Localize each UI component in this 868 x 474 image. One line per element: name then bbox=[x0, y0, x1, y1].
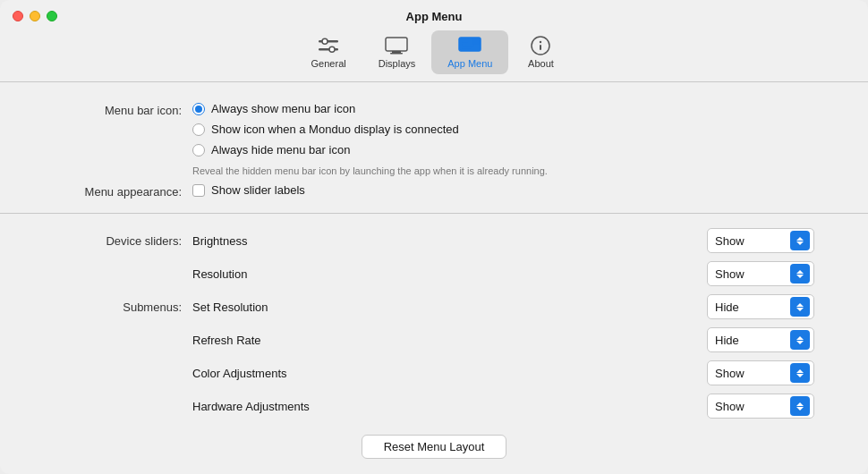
svg-point-2 bbox=[322, 38, 328, 44]
svg-rect-10 bbox=[462, 47, 472, 49]
refresh-rate-arrow-up bbox=[796, 336, 804, 340]
titlebar: App Menu bbox=[0, 0, 868, 21]
set-resolution-select[interactable]: Hide bbox=[707, 294, 814, 319]
svg-rect-5 bbox=[392, 51, 401, 53]
show-slider-labels-checkbox[interactable] bbox=[192, 184, 205, 197]
set-resolution-arrow-up bbox=[796, 303, 804, 307]
menu-appearance-label: Menu appearance: bbox=[54, 183, 192, 199]
hardware-adj-select[interactable]: Show bbox=[707, 394, 814, 419]
resolution-arrow-up bbox=[796, 270, 804, 274]
tab-about[interactable]: About bbox=[508, 30, 573, 74]
resolution-value: Show bbox=[715, 267, 790, 281]
hardware-adj-row: Hardware Adjustments Show bbox=[54, 394, 814, 419]
menu-bar-icon-label: Menu bar icon: bbox=[54, 102, 192, 117]
resolution-arrow-down bbox=[796, 275, 804, 278]
radio-show-when-text: Show icon when a Monduo display is conne… bbox=[211, 123, 459, 136]
refresh-rate-arrow-down bbox=[796, 341, 804, 344]
hardware-adj-arrow-down bbox=[796, 407, 804, 411]
radio-always-hide-circle[interactable] bbox=[192, 144, 205, 157]
resolution-arrows[interactable] bbox=[790, 264, 810, 284]
radio-always-hide-text: Always hide menu bar icon bbox=[211, 143, 350, 157]
color-adj-select[interactable]: Show bbox=[707, 360, 814, 385]
tab-general[interactable]: General bbox=[295, 30, 362, 74]
tab-about-label: About bbox=[528, 58, 554, 69]
resolution-select[interactable]: Show bbox=[707, 261, 814, 286]
radio-always-show[interactable]: Always show menu bar icon bbox=[192, 102, 548, 115]
set-resolution-name: Set Resolution bbox=[192, 300, 371, 314]
hardware-adj-name: Hardware Adjustments bbox=[192, 400, 371, 413]
color-adj-value: Show bbox=[715, 367, 790, 380]
color-adj-arrow-down bbox=[796, 374, 804, 377]
menu-bar-hint: Reveal the hidden menu bar icon by launc… bbox=[192, 164, 548, 176]
content-area: Menu bar icon: Always show menu bar icon… bbox=[0, 82, 868, 474]
set-resolution-value: Hide bbox=[715, 300, 790, 314]
reset-row: Reset Menu Layout bbox=[0, 435, 868, 459]
brightness-name: Brightness bbox=[192, 234, 371, 248]
radio-group: Always show menu bar icon Show icon when… bbox=[192, 102, 548, 176]
color-adjustments-row: Color Adjustments Show bbox=[54, 360, 814, 385]
submenus-label: Submenus: bbox=[54, 300, 192, 314]
radio-always-show-circle[interactable] bbox=[192, 103, 205, 115]
color-adj-name: Color Adjustments bbox=[192, 367, 371, 380]
radio-show-when-circle[interactable] bbox=[192, 123, 205, 136]
refresh-rate-row: Refresh Rate Hide bbox=[54, 327, 814, 352]
svg-rect-8 bbox=[462, 41, 469, 43]
svg-rect-4 bbox=[386, 38, 407, 51]
tab-general-label: General bbox=[311, 58, 346, 69]
menu-bar-icon-section: Menu bar icon: Always show menu bar icon… bbox=[0, 102, 868, 199]
general-icon bbox=[316, 36, 341, 55]
sliders-section: Device sliders: Brightness Show Resoluti… bbox=[0, 228, 868, 419]
brightness-arrow-up bbox=[796, 237, 804, 241]
app-window: App Menu General bbox=[0, 0, 868, 474]
set-resolution-arrow-down bbox=[796, 308, 804, 311]
section-divider bbox=[0, 213, 868, 214]
hardware-adj-arrows[interactable] bbox=[790, 396, 810, 416]
show-slider-labels-row[interactable]: Show slider labels bbox=[192, 183, 305, 197]
brightness-value: Show bbox=[715, 234, 790, 248]
menu-bar-icon-row: Menu bar icon: Always show menu bar icon… bbox=[54, 102, 814, 176]
svg-point-3 bbox=[329, 47, 335, 52]
menu-appearance-row: Menu appearance: Show slider labels bbox=[54, 183, 814, 199]
brightness-arrows[interactable] bbox=[790, 231, 810, 250]
set-resolution-arrows[interactable] bbox=[790, 297, 810, 317]
brightness-arrow-down bbox=[796, 241, 804, 245]
appmenu-icon bbox=[457, 36, 482, 55]
toolbar: General Displays bbox=[0, 21, 868, 81]
window-title: App Menu bbox=[406, 10, 463, 23]
refresh-rate-arrows[interactable] bbox=[790, 330, 810, 350]
minimize-button[interactable] bbox=[30, 11, 40, 21]
hardware-adj-arrow-up bbox=[796, 402, 804, 406]
color-adj-arrows[interactable] bbox=[790, 363, 810, 383]
maximize-button[interactable] bbox=[47, 11, 57, 21]
brightness-select[interactable]: Show bbox=[707, 228, 814, 253]
radio-always-show-text: Always show menu bar icon bbox=[211, 102, 355, 115]
refresh-rate-value: Hide bbox=[715, 334, 790, 347]
svg-rect-11 bbox=[472, 38, 481, 45]
traffic-lights bbox=[13, 11, 57, 21]
tab-displays-label: Displays bbox=[379, 58, 416, 69]
tab-app-menu-label: App Menu bbox=[447, 58, 492, 69]
tab-displays[interactable]: Displays bbox=[362, 30, 432, 74]
about-icon bbox=[528, 36, 553, 55]
radio-always-hide[interactable]: Always hide menu bar icon bbox=[192, 143, 548, 157]
displays-icon bbox=[384, 36, 409, 55]
svg-rect-6 bbox=[390, 53, 403, 55]
svg-point-13 bbox=[540, 41, 541, 43]
radio-show-when[interactable]: Show icon when a Monduo display is conne… bbox=[192, 123, 548, 136]
close-button[interactable] bbox=[13, 11, 23, 21]
set-resolution-row: Submenus: Set Resolution Hide bbox=[54, 294, 814, 319]
reset-menu-layout-button[interactable]: Reset Menu Layout bbox=[362, 435, 507, 459]
resolution-row: Resolution Show bbox=[54, 261, 814, 286]
svg-rect-14 bbox=[540, 45, 541, 50]
show-slider-labels-text: Show slider labels bbox=[211, 183, 305, 197]
device-sliders-label: Device sliders: bbox=[54, 234, 192, 248]
refresh-rate-select[interactable]: Hide bbox=[707, 327, 814, 352]
resolution-name: Resolution bbox=[192, 267, 371, 281]
brightness-row: Device sliders: Brightness Show bbox=[54, 228, 814, 253]
refresh-rate-name: Refresh Rate bbox=[192, 334, 371, 347]
tab-app-menu[interactable]: App Menu bbox=[431, 30, 508, 74]
hardware-adj-value: Show bbox=[715, 400, 790, 413]
color-adj-arrow-up bbox=[796, 369, 804, 373]
